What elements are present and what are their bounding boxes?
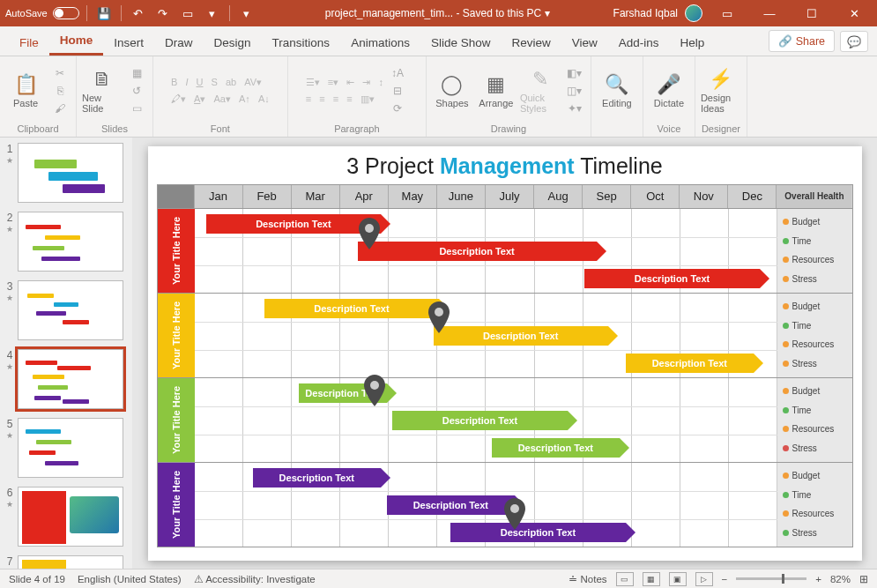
decrease-indent-button[interactable]: ⇤ (346, 77, 354, 88)
thumbnail-1[interactable] (18, 143, 123, 203)
text-direction-icon[interactable]: ↕A (387, 65, 408, 81)
new-slide-button[interactable]: 🗎New Slide (82, 64, 123, 117)
bar[interactable]: Description Text (387, 495, 515, 515)
align-right-button[interactable]: ≡ (333, 93, 338, 105)
slide-title[interactable]: 3 Project Management Timeline (148, 146, 862, 184)
tab-design[interactable]: Design (204, 29, 262, 56)
marker-icon[interactable] (503, 498, 526, 530)
close-button[interactable]: ✕ (836, 0, 872, 26)
smartart-icon[interactable]: ⟳ (387, 100, 408, 116)
undo-icon[interactable]: ↶ (129, 4, 148, 23)
thumbnail-4[interactable] (18, 349, 123, 409)
layout-icon[interactable]: ▦ (126, 65, 147, 81)
shrink-font-button[interactable]: A↓ (258, 93, 270, 105)
slide-editor[interactable]: 3 Project Management Timeline Jan Feb Ma… (132, 138, 877, 569)
bar[interactable]: Description Text (584, 269, 759, 288)
track-1-label[interactable]: Your Title Here (158, 209, 195, 293)
font-color-button[interactable]: A▾ (194, 93, 205, 105)
zoom-level[interactable]: 82% (830, 574, 851, 584)
slideshow-view-icon[interactable]: ▷ (695, 572, 713, 586)
bar[interactable]: Description Text (206, 214, 381, 234)
underline-button[interactable]: U (197, 77, 204, 88)
marker-icon[interactable] (363, 375, 386, 406)
bar[interactable]: Description Text (392, 411, 567, 430)
copy-icon[interactable]: ⎘ (49, 83, 71, 99)
maximize-button[interactable]: ☐ (794, 0, 829, 26)
design-ideas-button[interactable]: ⚡Design Ideas (701, 64, 741, 117)
tab-file[interactable]: File (9, 29, 49, 56)
thumbnail-5[interactable] (18, 418, 123, 478)
ribbon-display-icon[interactable]: ▭ (710, 0, 745, 26)
tab-help[interactable]: Help (670, 29, 716, 56)
tab-animations[interactable]: Animations (340, 29, 420, 56)
tab-review[interactable]: Review (501, 29, 561, 56)
cut-icon[interactable]: ✂ (49, 65, 71, 81)
tab-home[interactable]: Home (49, 26, 104, 56)
numbering-button[interactable]: ≡▾ (328, 77, 338, 88)
autosave-toggle[interactable] (53, 7, 79, 19)
quick-styles-button[interactable]: ✎Quick Styles (520, 64, 561, 117)
bar[interactable]: Description Text (358, 242, 597, 261)
line-spacing-button[interactable]: ↕ (378, 77, 383, 88)
thumbnail-7[interactable] (18, 555, 123, 569)
timeline-table[interactable]: Jan Feb Mar Apr May June July Aug Sep Oc… (157, 184, 853, 547)
accessibility-indicator[interactable]: ⚠ Accessibility: Investigate (194, 573, 316, 585)
start-from-beginning-icon[interactable]: ▭ (178, 4, 197, 23)
language-indicator[interactable]: English (United States) (78, 574, 182, 584)
shape-effects-icon[interactable]: ✦▾ (564, 100, 585, 116)
dictate-button[interactable]: 🎤Dictate (649, 64, 689, 117)
bar[interactable]: Description Text (626, 354, 754, 373)
align-center-button[interactable]: ≡ (319, 93, 324, 105)
bar[interactable]: Description Text (253, 468, 381, 488)
section-icon[interactable]: ▭ (126, 100, 147, 116)
format-painter-icon[interactable]: 🖌 (49, 100, 71, 116)
tab-addins[interactable]: Add-ins (608, 29, 670, 56)
reset-icon[interactable]: ↺ (126, 83, 147, 99)
shape-outline-icon[interactable]: ◫▾ (564, 83, 585, 99)
track-4-label[interactable]: Your Title Here (158, 463, 195, 547)
shape-fill-icon[interactable]: ◧▾ (564, 65, 585, 81)
zoom-slider[interactable] (736, 577, 806, 580)
justify-button[interactable]: ≡ (346, 93, 352, 105)
thumbnail-3[interactable] (18, 280, 123, 340)
bar[interactable]: Description Text (492, 438, 620, 458)
highlight-button[interactable]: 🖍▾ (171, 93, 186, 105)
track-3-label[interactable]: Your Title Here (158, 378, 195, 462)
marker-icon[interactable] (427, 301, 450, 333)
bar[interactable]: Description Text (434, 326, 608, 346)
strikethrough-button[interactable]: S (212, 77, 218, 88)
minimize-button[interactable]: — (752, 0, 787, 26)
tab-transitions[interactable]: Transitions (262, 29, 341, 56)
bold-button[interactable]: B (171, 77, 177, 88)
bullets-button[interactable]: ☰▾ (306, 77, 320, 88)
align-left-button[interactable]: ≡ (306, 93, 311, 105)
tab-view[interactable]: View (561, 29, 608, 56)
qat-more-icon[interactable]: ▾ (203, 4, 222, 23)
bar[interactable]: Description Text (264, 299, 439, 318)
slide-canvas[interactable]: 3 Project Management Timeline Jan Feb Ma… (148, 146, 862, 561)
sorter-view-icon[interactable]: ▦ (643, 572, 660, 586)
save-icon[interactable]: 💾 (94, 4, 114, 23)
columns-button[interactable]: ▥▾ (360, 93, 375, 105)
thumbnail-6[interactable] (18, 487, 123, 547)
redo-icon[interactable]: ↷ (153, 4, 173, 23)
change-case-button[interactable]: Aa▾ (213, 93, 230, 105)
slide-thumbnails[interactable]: 1★ 2★ 3★ 4★ 5★ 6★ 7★ (0, 138, 132, 569)
shadow-button[interactable]: ab (226, 77, 236, 88)
bar[interactable]: Description Text (450, 523, 625, 542)
grow-font-button[interactable]: A↑ (239, 93, 250, 105)
paste-button[interactable]: 📋Paste (5, 64, 46, 117)
track-2-label[interactable]: Your Title Here (158, 294, 195, 377)
marker-icon[interactable] (358, 218, 381, 249)
share-button[interactable]: 🔗 Share (769, 30, 835, 52)
editing-button[interactable]: 🔍Editing (597, 64, 637, 117)
thumbnail-2[interactable] (18, 212, 123, 272)
increase-indent-button[interactable]: ⇥ (362, 77, 370, 88)
tab-draw[interactable]: Draw (154, 29, 204, 56)
fit-to-window-icon[interactable]: ⊞ (859, 573, 868, 585)
text-effects-button[interactable]: AV▾ (244, 77, 262, 88)
tab-insert[interactable]: Insert (103, 29, 154, 56)
reading-view-icon[interactable]: ▣ (669, 572, 687, 586)
slide-indicator[interactable]: Slide 4 of 19 (9, 574, 65, 584)
align-text-icon[interactable]: ⊟ (387, 83, 408, 99)
